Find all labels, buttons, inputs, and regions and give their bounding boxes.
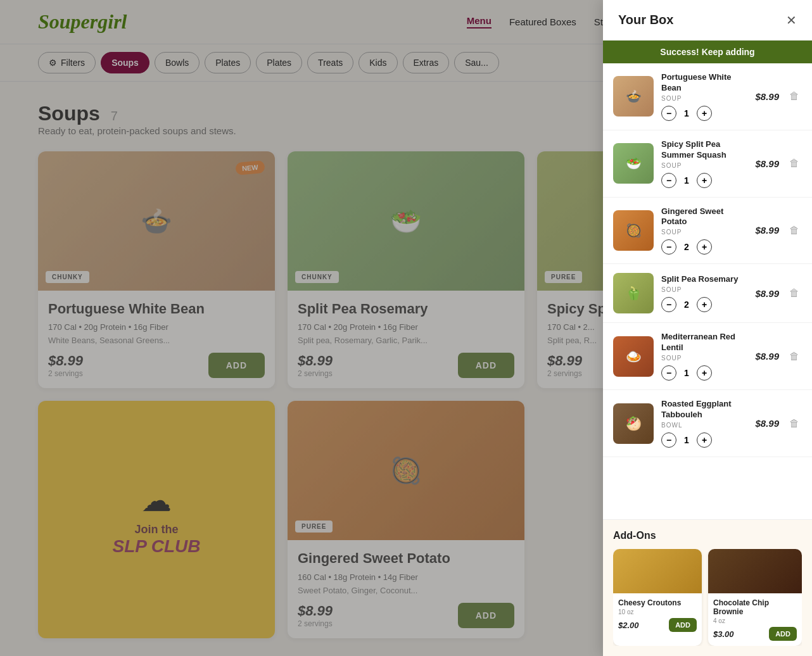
box-item-category: SOUP [661, 229, 747, 236]
addons-title: Add-Ons [613, 530, 802, 541]
your-box-panel: Your Box ✕ Success! Keep adding 🍲 Portug… [603, 0, 812, 656]
addon-add-button[interactable]: ADD [669, 618, 697, 632]
box-item-image: 🍛 [613, 336, 654, 377]
addon-price: $2.00 [618, 621, 639, 630]
addon-info: Chocolate Chip Brownie 4 oz $3.00 ADD [708, 593, 802, 646]
increment-button[interactable]: + [697, 239, 712, 255]
quantity-control: − 1 + [661, 106, 747, 121]
box-items-list: 🍲 Portuguese White Bean SOUP − 1 + $8.99… [603, 63, 812, 519]
addon-image [708, 549, 802, 593]
box-item: 🫑 Split Pea Rosemary SOUP − 2 + $8.99 🗑 [603, 264, 812, 323]
box-item-name: Roasted Eggplant Tabbouleh [661, 399, 747, 420]
increment-button[interactable]: + [697, 432, 712, 448]
box-item-name: Spicy Split Pea Summer Squash [661, 139, 747, 161]
decrement-button[interactable]: − [661, 239, 676, 255]
box-item-price: $8.99 [755, 351, 779, 362]
addon-add-button[interactable]: ADD [769, 627, 797, 641]
decrement-button[interactable]: − [661, 432, 676, 448]
box-item-category: SOUP [661, 162, 747, 169]
quantity-value: 1 [680, 108, 693, 118]
delete-item-button[interactable]: 🗑 [787, 348, 802, 365]
quantity-control: − 1 + [661, 173, 747, 188]
addon-size: 4 oz [713, 617, 797, 624]
addon-name: Cheesy Croutons [618, 598, 697, 607]
box-item-category: SOUP [661, 286, 747, 293]
increment-button[interactable]: + [697, 297, 712, 312]
quantity-control: − 1 + [661, 365, 747, 381]
quantity-value: 1 [680, 368, 693, 378]
addon-footer: $3.00 ADD [713, 627, 797, 641]
decrement-button[interactable]: − [661, 297, 676, 312]
your-box-title: Your Box [618, 13, 673, 27]
box-item-details: Gingered Sweet Potato SOUP − 2 + [661, 206, 747, 255]
box-item-details: Spicy Split Pea Summer Squash SOUP − 1 + [661, 139, 747, 188]
quantity-control: − 1 + [661, 432, 747, 448]
quantity-control: − 2 + [661, 297, 747, 312]
box-item: 🍛 Mediterranean Red Lentil SOUP − 1 + $8… [603, 323, 812, 390]
increment-button[interactable]: + [697, 106, 712, 121]
box-item: 🥙 Roasted Eggplant Tabbouleh BOWL − 1 + … [603, 390, 812, 457]
quantity-value: 2 [680, 242, 693, 252]
increment-button[interactable]: + [697, 173, 712, 188]
box-item-details: Roasted Eggplant Tabbouleh BOWL − 1 + [661, 399, 747, 448]
box-item-image: 🥗 [613, 143, 654, 184]
box-item-category: SOUP [661, 355, 747, 362]
addons-section: Add-Ons Cheesy Croutons 10 oz $2.00 ADD … [603, 519, 812, 656]
close-box-button[interactable]: ✕ [786, 14, 797, 27]
box-item-price: $8.99 [755, 91, 779, 102]
addon-info: Cheesy Croutons 10 oz $2.00 ADD [613, 593, 702, 637]
box-item-name: Gingered Sweet Potato [661, 206, 747, 228]
addon-price: $3.00 [713, 629, 734, 639]
delete-item-button[interactable]: 🗑 [787, 222, 802, 239]
addon-footer: $2.00 ADD [618, 618, 697, 632]
decrement-button[interactable]: − [661, 173, 676, 188]
box-item-name: Portuguese White Bean [661, 72, 747, 94]
addon-size: 10 oz [618, 609, 697, 615]
addon-cards-list: Cheesy Croutons 10 oz $2.00 ADD Chocolat… [613, 549, 802, 646]
box-item: 🥘 Gingered Sweet Potato SOUP − 2 + $8.99… [603, 198, 812, 265]
addon-card: Cheesy Croutons 10 oz $2.00 ADD [613, 549, 702, 646]
quantity-value: 1 [680, 435, 693, 445]
your-box-header: Your Box ✕ [603, 0, 812, 41]
box-item: 🥗 Spicy Split Pea Summer Squash SOUP − 1… [603, 130, 812, 198]
success-banner: Success! Keep adding [603, 41, 812, 63]
box-item-name: Split Pea Rosemary [661, 274, 747, 285]
delete-item-button[interactable]: 🗑 [787, 155, 802, 172]
quantity-value: 1 [680, 175, 693, 186]
addon-name: Chocolate Chip Brownie [713, 598, 797, 616]
decrement-button[interactable]: − [661, 365, 676, 381]
box-item-details: Mediterranean Red Lentil SOUP − 1 + [661, 332, 747, 381]
delete-item-button[interactable]: 🗑 [787, 88, 802, 104]
box-item-category: SOUP [661, 95, 747, 102]
box-item: 🍲 Portuguese White Bean SOUP − 1 + $8.99… [603, 63, 812, 130]
addon-image [613, 549, 702, 593]
quantity-value: 2 [680, 300, 693, 310]
box-item-price: $8.99 [755, 225, 779, 236]
box-item-image: 🫑 [613, 273, 654, 313]
box-item-image: 🥘 [613, 210, 654, 251]
quantity-control: − 2 + [661, 239, 747, 255]
box-item-category: BOWL [661, 422, 747, 429]
box-item-details: Split Pea Rosemary SOUP − 2 + [661, 274, 747, 312]
box-item-price: $8.99 [755, 158, 779, 169]
background-overlay [0, 0, 603, 656]
increment-button[interactable]: + [697, 365, 712, 381]
box-item-name: Mediterranean Red Lentil [661, 332, 747, 353]
box-item-image: 🍲 [613, 76, 654, 117]
delete-item-button[interactable]: 🗑 [787, 285, 802, 301]
box-item-details: Portuguese White Bean SOUP − 1 + [661, 72, 747, 121]
addon-card: Chocolate Chip Brownie 4 oz $3.00 ADD [708, 549, 802, 646]
decrement-button[interactable]: − [661, 106, 676, 121]
delete-item-button[interactable]: 🗑 [787, 415, 802, 432]
box-item-image: 🥙 [613, 403, 654, 444]
box-item-price: $8.99 [755, 418, 779, 429]
box-item-price: $8.99 [755, 288, 779, 299]
